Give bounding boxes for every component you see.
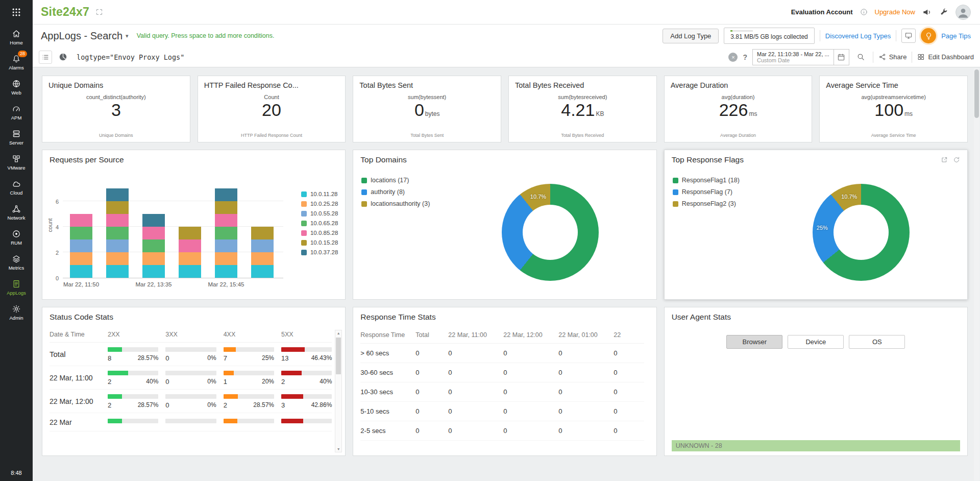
add-log-type-button[interactable]: Add Log Type xyxy=(663,29,719,43)
tab-device[interactable]: Device xyxy=(788,335,844,349)
page-tips-icon[interactable] xyxy=(921,28,936,43)
legend-item[interactable]: authority (8) xyxy=(361,188,430,196)
page-scrollbar[interactable] xyxy=(974,68,979,480)
table-row[interactable]: 22 Mar xyxy=(50,413,332,431)
stacked-bar[interactable] xyxy=(251,227,274,278)
gear-icon xyxy=(12,304,21,314)
sidebar-item-network[interactable]: Network xyxy=(0,200,33,225)
donut-chart-flags[interactable]: 25%10.7% xyxy=(813,184,910,281)
apps-menu-button[interactable] xyxy=(0,0,33,25)
sidebar-item-metrics[interactable]: Metrics xyxy=(0,250,33,275)
sidebar-item-home[interactable]: Home xyxy=(0,25,33,50)
tab-os[interactable]: OS xyxy=(849,335,905,349)
legend-item[interactable]: 10.0.65.28 xyxy=(301,220,338,226)
column-header: Response Time xyxy=(360,326,415,344)
calendar-icon[interactable] xyxy=(834,50,849,65)
gridline xyxy=(63,252,283,252)
discovered-log-types-link[interactable]: Discovered Log Types xyxy=(825,32,891,40)
table-row[interactable]: 22 Mar, 11:00240%00%120%240% xyxy=(50,366,332,390)
announcements-button[interactable] xyxy=(922,7,932,17)
status-bar-fill xyxy=(281,347,305,352)
panel-title: Response Time Stats xyxy=(360,312,435,322)
bar-segment xyxy=(106,201,129,214)
legend-swatch xyxy=(301,230,307,236)
table-scrollbar[interactable]: ▲ ▼ xyxy=(335,330,342,452)
legend-item[interactable]: locations (17) xyxy=(361,177,430,184)
page-tips-link[interactable]: Page Tips xyxy=(941,32,971,40)
status-cell xyxy=(281,419,332,426)
bar-segment xyxy=(179,227,201,239)
legend-item[interactable]: 10.0.37.28 xyxy=(301,249,338,255)
stat-card[interactable]: HTTP Failed Response Co...Count20HTTP Fa… xyxy=(198,76,346,142)
page-title-dropdown[interactable]: AppLogs - Search ▾ xyxy=(41,30,129,42)
stacked-bar[interactable] xyxy=(106,188,129,278)
edit-dashboard-button[interactable]: Edit Dashboard xyxy=(917,53,974,61)
view-mode-button[interactable] xyxy=(901,29,916,43)
scrollbar-thumb[interactable] xyxy=(336,338,341,374)
date-range-picker[interactable]: Mar 22, 11:10:38 - Mar 22, ... Custom Da… xyxy=(752,49,849,65)
legend-label: 10.0.15.28 xyxy=(310,239,338,246)
stat-card-value: 100ms xyxy=(826,100,961,120)
tools-button[interactable] xyxy=(939,8,948,17)
pie-chart-icon xyxy=(58,52,68,62)
stacked-bar[interactable] xyxy=(179,227,201,278)
legend-label: locationsauthority (3) xyxy=(371,200,430,207)
legend-item[interactable]: ResponseFlag (7) xyxy=(673,188,740,196)
cell-value: 0 xyxy=(448,382,503,402)
info-icon[interactable] xyxy=(860,8,868,16)
sidebar-item-applogs[interactable]: AppLogs xyxy=(0,275,33,300)
table-row[interactable]: 22 Mar, 12:00228.57%00%228.57%342.86% xyxy=(50,390,332,413)
scroll-down-icon[interactable]: ▼ xyxy=(335,447,341,451)
user-agent-bar[interactable]: UNKNOWN - 28 xyxy=(672,440,960,451)
legend-swatch xyxy=(301,191,307,197)
stacked-bar[interactable] xyxy=(142,214,165,278)
share-button[interactable]: Share xyxy=(878,53,907,61)
sidebar-item-web[interactable]: Web xyxy=(0,75,33,100)
panel-top-response-flags: Top Response Flags ResponseFlag1 (18)Res… xyxy=(664,150,968,300)
help-icon[interactable]: ? xyxy=(743,53,747,61)
logs-usage-meter[interactable]: 3.81 MB/5 GB logs collected xyxy=(724,28,814,44)
chart-view-button[interactable] xyxy=(56,51,69,64)
legend-item[interactable]: locationsauthority (3) xyxy=(361,200,430,207)
legend-item[interactable]: 10.0.15.28 xyxy=(301,239,338,246)
stat-card[interactable]: Total Bytes Receivedsum(bytesreceived)4.… xyxy=(508,76,657,142)
stat-card[interactable]: Total Bytes Sentsum(bytessent)0bytesTota… xyxy=(353,76,501,142)
status-cell xyxy=(108,419,158,426)
sidebar-item-vmware[interactable]: VMware xyxy=(0,150,33,175)
upgrade-now-link[interactable]: Upgrade Now xyxy=(875,8,916,16)
sidebar-item-server[interactable]: Server xyxy=(0,125,33,150)
legend-item[interactable]: ResponseFlag1 (18) xyxy=(673,177,740,184)
stat-card[interactable]: Average Service Timeavg(upstreamservicet… xyxy=(819,76,968,142)
legend-item[interactable]: 10.0.85.28 xyxy=(301,230,338,236)
table-row[interactable]: Total828.57%00%725%1346.43% xyxy=(50,343,332,366)
list-view-button[interactable] xyxy=(39,51,52,64)
stacked-bar[interactable] xyxy=(215,188,237,278)
sidebar-item-alarms[interactable]: Alarms28 xyxy=(0,50,33,75)
donut-chart-domains[interactable]: 10.7% xyxy=(502,184,599,281)
sidebar-item-rum[interactable]: RUM xyxy=(0,225,33,250)
user-avatar[interactable] xyxy=(955,5,971,20)
search-submit-icon[interactable] xyxy=(854,51,868,64)
legend-item[interactable]: 10.0.55.28 xyxy=(301,210,338,217)
sidebar-item-admin[interactable]: Admin xyxy=(0,300,33,325)
status-bar-track xyxy=(281,419,332,423)
refresh-icon[interactable] xyxy=(953,156,960,163)
search-query-input[interactable]: logtype="Envoy Proxy Logs" xyxy=(77,53,724,61)
sidebar-item-cloud[interactable]: Cloud xyxy=(0,175,33,200)
legend-item[interactable]: 10.0.11.28 xyxy=(301,191,338,197)
legend-item[interactable]: ResponseFlag2 (3) xyxy=(673,200,740,207)
status-cell: 00% xyxy=(165,371,216,386)
sidebar-item-apm[interactable]: APM xyxy=(0,100,33,125)
page-scrollbar-thumb[interactable] xyxy=(974,69,979,118)
scroll-up-icon[interactable]: ▲ xyxy=(335,331,341,335)
tab-browser[interactable]: Browser xyxy=(726,335,782,349)
fullscreen-toggle[interactable] xyxy=(95,8,103,16)
legend-item[interactable]: 10.0.25.28 xyxy=(301,201,338,207)
open-in-new-icon[interactable] xyxy=(941,156,948,163)
stat-card[interactable]: Unique Domainscount_distinct(authority)3… xyxy=(42,76,190,142)
stacked-bar[interactable] xyxy=(70,214,92,278)
clear-query-icon[interactable]: × xyxy=(728,53,738,62)
status-count: 3 xyxy=(281,401,285,409)
stat-card[interactable]: Average Durationavg(duration)226msAverag… xyxy=(664,76,813,142)
bar-segment xyxy=(106,265,129,278)
